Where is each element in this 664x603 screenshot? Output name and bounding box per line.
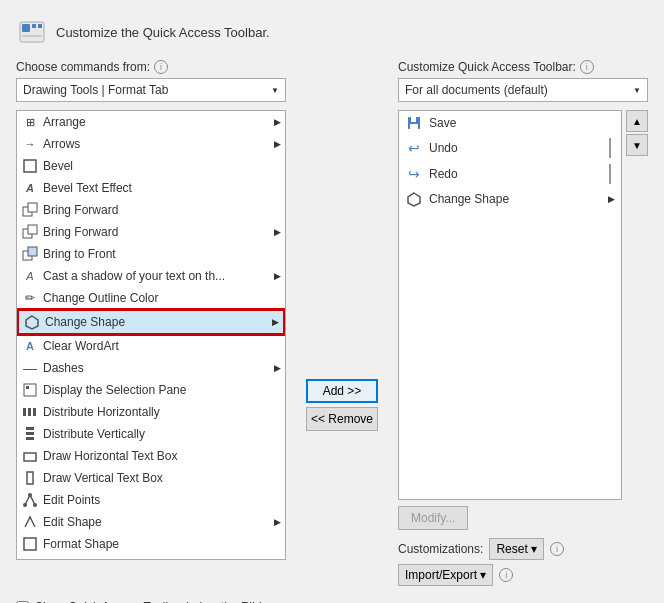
- arrange-icon: ⊞: [21, 113, 39, 131]
- format-shape-icon: [21, 535, 39, 553]
- customize-info-icon: i: [580, 60, 594, 74]
- right-change-shape-icon: [405, 190, 423, 208]
- change-shape-arrow-icon: ▶: [608, 194, 615, 204]
- main-container: Customize the Quick Access Toolbar. Choo…: [16, 16, 648, 603]
- list-item[interactable]: Bring Forward: [17, 199, 285, 221]
- svg-rect-5: [24, 160, 36, 172]
- svg-point-23: [23, 503, 27, 507]
- distribute-v-icon: [21, 425, 39, 443]
- right-list-container: Save ↩ Undo ↪ Redo: [398, 110, 648, 500]
- bevel-icon: [21, 157, 39, 175]
- list-item[interactable]: Edit Shape ▶: [17, 511, 285, 533]
- arrow-icon: ▶: [274, 517, 281, 527]
- right-dropdown-arrow-icon: ▼: [633, 86, 641, 95]
- list-item[interactable]: A Clear WordArt: [17, 335, 285, 357]
- list-item[interactable]: ✏ Change Outline Color: [17, 287, 285, 309]
- arrow-icon: ▶: [274, 139, 281, 149]
- redo-separator: [609, 164, 611, 184]
- modify-button[interactable]: Modify...: [398, 506, 468, 530]
- svg-rect-32: [411, 117, 416, 122]
- list-item[interactable]: Distribute Horizontally: [17, 401, 285, 423]
- list-item[interactable]: — Dashes ▶: [17, 357, 285, 379]
- distribute-h-icon: [21, 403, 39, 421]
- choose-label: Choose commands from: i: [16, 60, 286, 74]
- bring-forward2-icon: [21, 223, 39, 241]
- left-list-scroll-area: ⊞ Arrange ▶ → Arrows ▶ Bevel: [16, 110, 286, 560]
- draw-v-textbox-icon: [21, 469, 39, 487]
- svg-rect-11: [28, 247, 37, 256]
- list-item[interactable]: Display the Selection Pane: [17, 379, 285, 401]
- two-col-layout: Choose commands from: i Drawing Tools | …: [16, 60, 648, 590]
- list-item[interactable]: Distribute Vertically: [17, 423, 285, 445]
- list-item[interactable]: A Format Text Effects: [17, 555, 285, 560]
- right-item-undo[interactable]: ↩ Undo: [399, 135, 621, 161]
- left-dropdown[interactable]: Drawing Tools | Format Tab ▼: [16, 78, 286, 102]
- svg-rect-9: [28, 225, 37, 234]
- right-bottom: Customizations: Reset ▾ i Import/Export …: [398, 538, 648, 586]
- list-item[interactable]: A Cast a shadow of your text on th... ▶: [17, 265, 285, 287]
- edit-shape-icon: [21, 513, 39, 531]
- svg-rect-26: [24, 538, 36, 550]
- svg-rect-21: [24, 453, 36, 461]
- change-outline-icon: ✏: [21, 289, 39, 307]
- scroll-down-button[interactable]: ▼: [626, 134, 648, 156]
- cast-shadow-icon: A: [21, 267, 39, 285]
- header-title: Customize the Quick Access Toolbar.: [56, 25, 270, 40]
- right-item-change-shape[interactable]: Change Shape ▶: [399, 187, 621, 211]
- svg-rect-16: [28, 408, 31, 416]
- svg-rect-3: [38, 24, 42, 28]
- change-shape-icon: [23, 313, 41, 331]
- list-item[interactable]: Bevel: [17, 155, 285, 177]
- format-text-effects-icon: A: [21, 557, 39, 560]
- right-item-save[interactable]: Save: [399, 111, 621, 135]
- right-column: Customize Quick Access Toolbar: i For al…: [398, 60, 648, 590]
- redo-icon: ↪: [405, 165, 423, 183]
- choose-info-icon: i: [154, 60, 168, 74]
- svg-rect-1: [22, 24, 30, 32]
- svg-rect-14: [26, 386, 29, 389]
- arrow-icon: ▶: [274, 117, 281, 127]
- list-item-change-shape[interactable]: Change Shape ▶: [17, 309, 285, 335]
- list-item[interactable]: Draw Vertical Text Box: [17, 467, 285, 489]
- add-button[interactable]: Add >>: [306, 379, 378, 403]
- list-item[interactable]: A Bevel Text Effect: [17, 177, 285, 199]
- add-remove-column: Add >> << Remove: [302, 60, 382, 590]
- import-export-button[interactable]: Import/Export ▾: [398, 564, 493, 586]
- arrow-icon: ▶: [274, 271, 281, 281]
- undo-separator: [609, 138, 611, 158]
- reset-button[interactable]: Reset ▾: [489, 538, 544, 560]
- import-export-row: Import/Export ▾ i: [398, 564, 648, 586]
- save-icon: [405, 114, 423, 132]
- svg-point-24: [28, 493, 32, 497]
- svg-marker-12: [26, 316, 38, 329]
- right-list-box[interactable]: Save ↩ Undo ↪ Redo: [398, 110, 622, 500]
- list-item[interactable]: → Arrows ▶: [17, 133, 285, 155]
- left-list-box[interactable]: ⊞ Arrange ▶ → Arrows ▶ Bevel: [16, 110, 286, 560]
- svg-rect-19: [26, 432, 34, 435]
- bring-to-front-icon: [21, 245, 39, 263]
- reset-info-icon: i: [550, 542, 564, 556]
- svg-point-25: [33, 503, 37, 507]
- list-item[interactable]: ⊞ Arrange ▶: [17, 111, 285, 133]
- list-item[interactable]: Format Shape: [17, 533, 285, 555]
- list-item[interactable]: Draw Horizontal Text Box: [17, 445, 285, 467]
- bring-forward-icon: [21, 201, 39, 219]
- import-info-icon: i: [499, 568, 513, 582]
- display-selection-icon: [21, 381, 39, 399]
- bevel-text-icon: A: [21, 179, 39, 197]
- right-scroll-buttons: ▲ ▼: [626, 110, 648, 500]
- remove-button[interactable]: << Remove: [306, 407, 378, 431]
- arrow-icon: ▶: [274, 363, 281, 373]
- modify-area: Modify...: [398, 506, 648, 530]
- scroll-up-button[interactable]: ▲: [626, 110, 648, 132]
- right-dropdown[interactable]: For all documents (default) ▼: [398, 78, 648, 102]
- list-item[interactable]: Bring Forward ▶: [17, 221, 285, 243]
- right-item-redo[interactable]: ↪ Redo: [399, 161, 621, 187]
- list-item[interactable]: Bring to Front: [17, 243, 285, 265]
- svg-rect-20: [26, 437, 34, 440]
- list-item[interactable]: Edit Points: [17, 489, 285, 511]
- edit-points-icon: [21, 491, 39, 509]
- clear-wordart-icon: A: [21, 337, 39, 355]
- draw-h-textbox-icon: [21, 447, 39, 465]
- dropdown-arrow-icon: ▼: [271, 86, 279, 95]
